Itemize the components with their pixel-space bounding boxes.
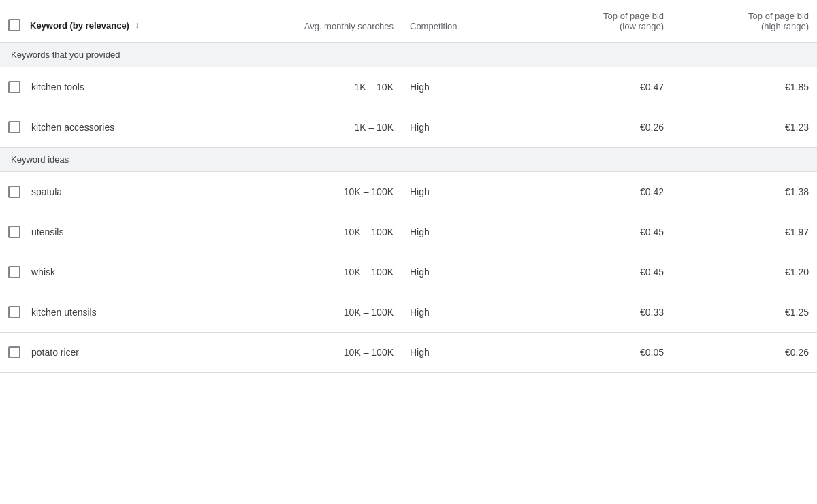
bid-low-cell: €0.26 <box>528 107 672 148</box>
top-bid-low-header: Top of page bid (low range) <box>528 0 672 43</box>
sort-icon: ↓ <box>135 20 139 30</box>
bid-high-cell: €0.26 <box>672 333 817 373</box>
top-bid-high-header: Top of page bid (high range) <box>672 0 817 43</box>
competition-cell: High <box>402 172 528 212</box>
avg-searches-header: Avg. monthly searches <box>252 0 402 43</box>
competition-header: Competition <box>402 0 528 43</box>
avg-searches-cell: 1K – 10K <box>252 67 402 107</box>
section-ideas-label: Keyword ideas <box>0 148 817 172</box>
keyword-text: kitchen utensils <box>31 307 97 318</box>
avg-searches-cell: 10K – 100K <box>252 333 402 373</box>
keyword-text: spatula <box>31 186 62 197</box>
bid-low-cell: €0.33 <box>528 292 672 333</box>
keyword-text: utensils <box>31 226 63 237</box>
keyword-col-label[interactable]: Keyword (by relevance) ↓ <box>30 20 139 31</box>
section-provided-header: Keywords that you provided <box>0 43 817 67</box>
competition-cell: High <box>402 67 528 107</box>
keyword-cell: kitchen accessories <box>0 107 252 148</box>
table-row: kitchen tools 1K – 10K High €0.47 €1.85 <box>0 67 817 107</box>
section-provided-label: Keywords that you provided <box>0 43 817 67</box>
keyword-cell: kitchen utensils <box>0 292 252 333</box>
keyword-cell: potato ricer <box>0 333 252 373</box>
table-row: kitchen accessories 1K – 10K High €0.26 … <box>0 107 817 148</box>
row-checkbox[interactable] <box>8 266 20 278</box>
competition-cell: High <box>402 107 528 148</box>
bid-low-cell: €0.05 <box>528 333 672 373</box>
avg-searches-cell: 10K – 100K <box>252 212 402 252</box>
table-row: potato ricer 10K – 100K High €0.05 €0.26 <box>0 333 817 373</box>
bid-low-cell: €0.45 <box>528 212 672 252</box>
bid-high-cell: €1.97 <box>672 212 817 252</box>
keyword-text: whisk <box>31 267 55 278</box>
select-all-checkbox[interactable] <box>8 19 20 31</box>
table-row: utensils 10K – 100K High €0.45 €1.97 <box>0 212 817 252</box>
bid-low-cell: €0.45 <box>528 252 672 292</box>
competition-cell: High <box>402 292 528 333</box>
bid-high-cell: €1.20 <box>672 252 817 292</box>
avg-searches-cell: 10K – 100K <box>252 292 402 333</box>
competition-cell: High <box>402 252 528 292</box>
section-ideas-header: Keyword ideas <box>0 148 817 172</box>
table-row: kitchen utensils 10K – 100K High €0.33 €… <box>0 292 817 333</box>
row-checkbox[interactable] <box>8 186 20 198</box>
keyword-text: kitchen accessories <box>31 122 114 133</box>
row-checkbox[interactable] <box>8 346 20 358</box>
competition-cell: High <box>402 212 528 252</box>
avg-searches-cell: 10K – 100K <box>252 252 402 292</box>
competition-cell: High <box>402 333 528 373</box>
keyword-text: potato ricer <box>31 347 79 358</box>
avg-searches-cell: 10K – 100K <box>252 172 402 212</box>
table-row: spatula 10K – 100K High €0.42 €1.38 <box>0 172 817 212</box>
bid-high-cell: €1.38 <box>672 172 817 212</box>
keyword-cell: whisk <box>0 252 252 292</box>
row-checkbox[interactable] <box>8 81 20 93</box>
bid-low-cell: €0.47 <box>528 67 672 107</box>
keyword-cell: kitchen tools <box>0 67 252 107</box>
keyword-cell: utensils <box>0 212 252 252</box>
row-checkbox[interactable] <box>8 306 20 318</box>
keywords-table: Keyword (by relevance) ↓ Avg. monthly se… <box>0 0 817 373</box>
bid-high-cell: €1.23 <box>672 107 817 148</box>
row-checkbox[interactable] <box>8 121 20 133</box>
row-checkbox[interactable] <box>8 226 20 238</box>
avg-searches-cell: 1K – 10K <box>252 107 402 148</box>
table-row: whisk 10K – 100K High €0.45 €1.20 <box>0 252 817 292</box>
bid-low-cell: €0.42 <box>528 172 672 212</box>
keyword-col-text: Keyword (by relevance) <box>30 20 129 31</box>
keyword-text: kitchen tools <box>31 82 84 93</box>
bid-high-cell: €1.85 <box>672 67 817 107</box>
keyword-column-header: Keyword (by relevance) ↓ <box>0 0 252 43</box>
keyword-cell: spatula <box>0 172 252 212</box>
bid-high-cell: €1.25 <box>672 292 817 333</box>
